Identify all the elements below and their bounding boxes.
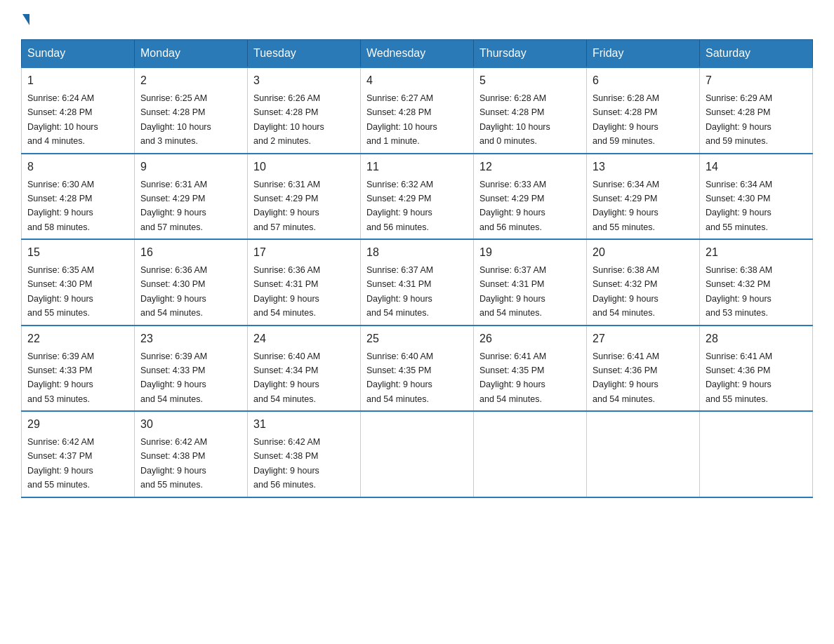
day-info: Sunrise: 6:41 AMSunset: 4:36 PMDaylight:… xyxy=(593,351,659,404)
day-number: 26 xyxy=(479,330,581,347)
calendar-cell: 29 Sunrise: 6:42 AMSunset: 4:37 PMDaylig… xyxy=(22,411,135,497)
weekday-header-saturday: Saturday xyxy=(700,40,813,68)
day-info: Sunrise: 6:38 AMSunset: 4:32 PMDaylight:… xyxy=(593,265,659,318)
calendar-cell: 24 Sunrise: 6:40 AMSunset: 4:34 PMDaylig… xyxy=(248,326,361,412)
calendar-cell: 28 Sunrise: 6:41 AMSunset: 4:36 PMDaylig… xyxy=(700,326,813,412)
calendar-cell: 25 Sunrise: 6:40 AMSunset: 4:35 PMDaylig… xyxy=(361,326,474,412)
day-info: Sunrise: 6:36 AMSunset: 4:31 PMDaylight:… xyxy=(253,265,320,318)
calendar-cell: 5 Sunrise: 6:28 AMSunset: 4:28 PMDayligh… xyxy=(474,67,587,154)
day-info: Sunrise: 6:39 AMSunset: 4:33 PMDaylight:… xyxy=(140,351,207,404)
day-info: Sunrise: 6:35 AMSunset: 4:30 PMDaylight:… xyxy=(27,265,94,318)
week-row-1: 1 Sunrise: 6:24 AMSunset: 4:28 PMDayligh… xyxy=(22,67,813,154)
calendar-cell xyxy=(587,411,700,497)
weekday-header-sunday: Sunday xyxy=(22,40,135,68)
day-number: 18 xyxy=(366,244,468,261)
day-info: Sunrise: 6:40 AMSunset: 4:35 PMDaylight:… xyxy=(366,351,433,404)
day-number: 30 xyxy=(140,416,241,433)
calendar-cell: 27 Sunrise: 6:41 AMSunset: 4:36 PMDaylig… xyxy=(587,326,700,412)
calendar-cell: 9 Sunrise: 6:31 AMSunset: 4:29 PMDayligh… xyxy=(135,154,248,240)
calendar-cell: 2 Sunrise: 6:25 AMSunset: 4:28 PMDayligh… xyxy=(135,67,248,154)
weekday-header-row: SundayMondayTuesdayWednesdayThursdayFrid… xyxy=(22,40,813,68)
calendar-cell: 4 Sunrise: 6:27 AMSunset: 4:28 PMDayligh… xyxy=(361,67,474,154)
week-row-5: 29 Sunrise: 6:42 AMSunset: 4:37 PMDaylig… xyxy=(22,411,813,497)
calendar-cell: 17 Sunrise: 6:36 AMSunset: 4:31 PMDaylig… xyxy=(248,239,361,326)
day-number: 31 xyxy=(253,416,355,433)
logo-triangle-icon xyxy=(22,14,29,25)
calendar-cell: 13 Sunrise: 6:34 AMSunset: 4:29 PMDaylig… xyxy=(587,154,700,240)
day-info: Sunrise: 6:42 AMSunset: 4:38 PMDaylight:… xyxy=(140,437,207,490)
calendar-cell: 11 Sunrise: 6:32 AMSunset: 4:29 PMDaylig… xyxy=(361,154,474,240)
day-number: 27 xyxy=(593,330,694,347)
day-info: Sunrise: 6:42 AMSunset: 4:38 PMDaylight:… xyxy=(253,437,320,490)
day-number: 7 xyxy=(706,72,807,89)
day-number: 20 xyxy=(593,244,694,261)
day-info: Sunrise: 6:28 AMSunset: 4:28 PMDaylight:… xyxy=(479,93,550,146)
day-info: Sunrise: 6:25 AMSunset: 4:28 PMDaylight:… xyxy=(140,93,211,146)
day-number: 16 xyxy=(140,244,241,261)
logo xyxy=(21,14,29,25)
calendar-cell: 21 Sunrise: 6:38 AMSunset: 4:32 PMDaylig… xyxy=(700,239,813,326)
calendar-cell: 14 Sunrise: 6:34 AMSunset: 4:30 PMDaylig… xyxy=(700,154,813,240)
day-info: Sunrise: 6:38 AMSunset: 4:32 PMDaylight:… xyxy=(706,265,772,318)
calendar-cell: 10 Sunrise: 6:31 AMSunset: 4:29 PMDaylig… xyxy=(248,154,361,240)
day-number: 24 xyxy=(253,330,355,347)
day-info: Sunrise: 6:36 AMSunset: 4:30 PMDaylight:… xyxy=(140,265,207,318)
day-number: 11 xyxy=(366,159,468,175)
week-row-2: 8 Sunrise: 6:30 AMSunset: 4:28 PMDayligh… xyxy=(22,154,813,240)
day-number: 28 xyxy=(706,330,807,347)
day-info: Sunrise: 6:37 AMSunset: 4:31 PMDaylight:… xyxy=(366,265,433,318)
day-number: 17 xyxy=(253,244,355,261)
day-info: Sunrise: 6:31 AMSunset: 4:29 PMDaylight:… xyxy=(253,180,320,232)
day-info: Sunrise: 6:34 AMSunset: 4:29 PMDaylight:… xyxy=(593,180,659,232)
day-info: Sunrise: 6:41 AMSunset: 4:36 PMDaylight:… xyxy=(706,351,772,404)
day-info: Sunrise: 6:41 AMSunset: 4:35 PMDaylight:… xyxy=(479,351,546,404)
calendar-cell: 23 Sunrise: 6:39 AMSunset: 4:33 PMDaylig… xyxy=(135,326,248,412)
day-info: Sunrise: 6:30 AMSunset: 4:28 PMDaylight:… xyxy=(27,180,94,232)
calendar-cell: 30 Sunrise: 6:42 AMSunset: 4:38 PMDaylig… xyxy=(135,411,248,497)
weekday-header-wednesday: Wednesday xyxy=(361,40,474,68)
day-number: 8 xyxy=(27,159,128,175)
day-info: Sunrise: 6:27 AMSunset: 4:28 PMDaylight:… xyxy=(366,93,437,146)
day-info: Sunrise: 6:32 AMSunset: 4:29 PMDaylight:… xyxy=(366,180,433,232)
calendar-cell: 12 Sunrise: 6:33 AMSunset: 4:29 PMDaylig… xyxy=(474,154,587,240)
weekday-header-thursday: Thursday xyxy=(474,40,587,68)
calendar-cell: 1 Sunrise: 6:24 AMSunset: 4:28 PMDayligh… xyxy=(22,67,135,154)
day-number: 14 xyxy=(706,159,807,175)
page-header xyxy=(21,14,813,25)
calendar-cell xyxy=(474,411,587,497)
day-info: Sunrise: 6:29 AMSunset: 4:28 PMDaylight:… xyxy=(706,93,772,146)
day-info: Sunrise: 6:39 AMSunset: 4:33 PMDaylight:… xyxy=(27,351,94,404)
calendar-cell: 18 Sunrise: 6:37 AMSunset: 4:31 PMDaylig… xyxy=(361,239,474,326)
day-number: 19 xyxy=(479,244,581,261)
day-number: 5 xyxy=(479,72,581,89)
weekday-header-tuesday: Tuesday xyxy=(248,40,361,68)
calendar-table: SundayMondayTuesdayWednesdayThursdayFrid… xyxy=(21,39,813,498)
weekday-header-friday: Friday xyxy=(587,40,700,68)
calendar-cell: 6 Sunrise: 6:28 AMSunset: 4:28 PMDayligh… xyxy=(587,67,700,154)
day-number: 25 xyxy=(366,330,468,347)
day-info: Sunrise: 6:31 AMSunset: 4:29 PMDaylight:… xyxy=(140,180,207,232)
week-row-4: 22 Sunrise: 6:39 AMSunset: 4:33 PMDaylig… xyxy=(22,326,813,412)
day-number: 21 xyxy=(706,244,807,261)
calendar-cell xyxy=(361,411,474,497)
calendar-cell: 31 Sunrise: 6:42 AMSunset: 4:38 PMDaylig… xyxy=(248,411,361,497)
week-row-3: 15 Sunrise: 6:35 AMSunset: 4:30 PMDaylig… xyxy=(22,239,813,326)
calendar-cell: 20 Sunrise: 6:38 AMSunset: 4:32 PMDaylig… xyxy=(587,239,700,326)
calendar-cell xyxy=(700,411,813,497)
calendar-cell: 8 Sunrise: 6:30 AMSunset: 4:28 PMDayligh… xyxy=(22,154,135,240)
day-number: 15 xyxy=(27,244,128,261)
day-info: Sunrise: 6:42 AMSunset: 4:37 PMDaylight:… xyxy=(27,437,94,490)
day-info: Sunrise: 6:24 AMSunset: 4:28 PMDaylight:… xyxy=(27,93,98,146)
calendar-cell: 7 Sunrise: 6:29 AMSunset: 4:28 PMDayligh… xyxy=(700,67,813,154)
day-info: Sunrise: 6:26 AMSunset: 4:28 PMDaylight:… xyxy=(253,93,324,146)
weekday-header-monday: Monday xyxy=(135,40,248,68)
day-info: Sunrise: 6:28 AMSunset: 4:28 PMDaylight:… xyxy=(593,93,659,146)
day-number: 13 xyxy=(593,159,694,175)
calendar-cell: 16 Sunrise: 6:36 AMSunset: 4:30 PMDaylig… xyxy=(135,239,248,326)
day-number: 12 xyxy=(479,159,581,175)
day-number: 4 xyxy=(366,72,468,89)
calendar-cell: 3 Sunrise: 6:26 AMSunset: 4:28 PMDayligh… xyxy=(248,67,361,154)
calendar-cell: 19 Sunrise: 6:37 AMSunset: 4:31 PMDaylig… xyxy=(474,239,587,326)
day-number: 22 xyxy=(27,330,128,347)
calendar-cell: 26 Sunrise: 6:41 AMSunset: 4:35 PMDaylig… xyxy=(474,326,587,412)
